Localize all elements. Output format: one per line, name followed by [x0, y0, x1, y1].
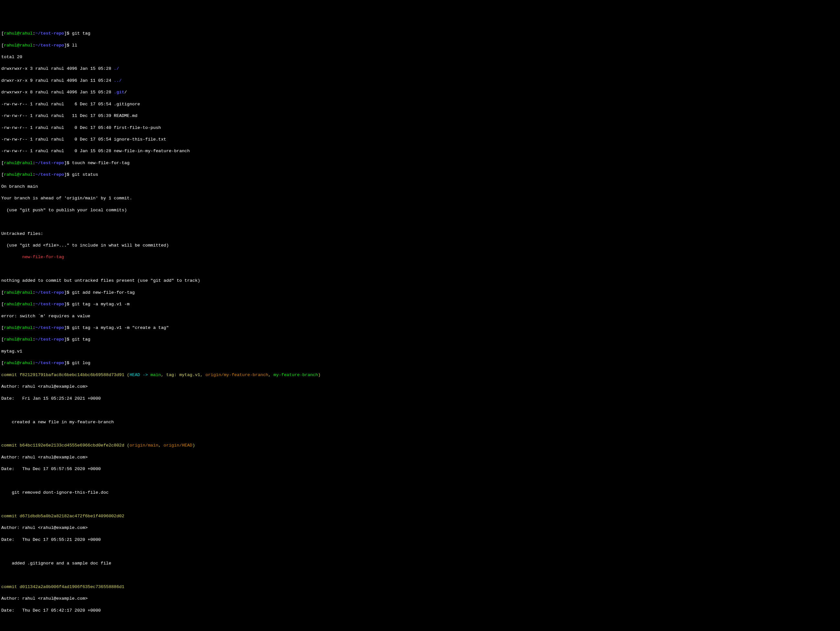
command-text: git status [72, 172, 98, 177]
prompt-line: [rahul@rahul:~/test-repo]$ git tag [1, 31, 839, 36]
output-line: drwxrwxr-x 8 rahul rahul 4096 Jan 15 05:… [1, 90, 839, 95]
output-line: total 20 [1, 54, 839, 60]
commit-author: Author: rahul <rahul@example.com> [1, 454, 839, 461]
commit-message: git removed dont-ignore-this-file.doc [1, 490, 839, 495]
commit-date: Date: Thu Dec 17 05:55:21 2020 +0000 [1, 537, 839, 543]
dir-link: .git [114, 90, 124, 95]
output-line: -rw-rw-r-- 1 rahul rahul 6 Dec 17 05:54 … [1, 101, 839, 107]
blank [1, 572, 839, 578]
prompt-line: [rahul@rahul:~/test-repo]$ git log [1, 360, 839, 366]
blank [1, 549, 839, 554]
blank [1, 407, 839, 413]
output-line: (use "git push" to publish your local co… [1, 207, 839, 213]
dir-link: ./ [114, 66, 119, 71]
commit-date: Date: Fri Jan 15 05:25:24 2021 +0000 [1, 396, 839, 402]
output-line: Your branch is ahead of 'origin/main' by… [1, 196, 839, 201]
tag-output: mytag.v1 [1, 349, 839, 355]
command-text: touch new-file-for-tag [72, 161, 129, 166]
commit-message: created a new file in my-feature-branch [1, 420, 839, 425]
tag-ref: tag: mytag.v1 [166, 372, 200, 377]
blank [1, 266, 839, 272]
branch-name: main [150, 372, 161, 377]
command-text: git log [72, 361, 90, 365]
output-line: Untracked files: [1, 231, 839, 237]
prompt-line: [rahul@rahul:~/test-repo]$ git tag -a my… [1, 325, 839, 331]
prompt-line: [rahul@rahul:~/test-repo]$ git tag -a my… [1, 301, 839, 307]
command-text: git tag -a mytag.v1 -m [72, 302, 129, 307]
prompt-line: [rahul@rahul:~/test-repo]$ touch new-fil… [1, 160, 839, 166]
commit-author: Author: rahul <rahul@example.com> [1, 525, 839, 531]
untracked-file: new-file-for-tag [1, 254, 839, 260]
blank [1, 431, 839, 437]
command-text: git tag -a mytag.v1 -m "create a tag" [72, 325, 169, 330]
commit-header: commit d011342a2a0b006f4ad1906f635ec7365… [1, 584, 839, 590]
output-line: -rw-rw-r-- 1 rahul rahul 0 Dec 17 05:40 … [1, 125, 839, 131]
blank [1, 219, 839, 225]
blank [1, 502, 839, 508]
output-line: nothing added to commit but untracked fi… [1, 278, 839, 284]
output-line: -rw-rw-r-- 1 rahul rahul 11 Dec 17 05:39… [1, 113, 839, 119]
dir-link: ../ [114, 78, 122, 83]
prompt-line: [rahul@rahul:~/test-repo]$ git tag [1, 337, 839, 342]
commit-date: Date: Thu Dec 17 05:57:56 2020 +0000 [1, 466, 839, 472]
output-line: drwxrwxr-x 3 rahul rahul 4096 Jan 15 05:… [1, 66, 839, 72]
branch-name: my-feature-branch [274, 372, 318, 377]
commit-author: Author: rahul <rahul@example.com> [1, 384, 839, 390]
output-line: -rw-rw-r-- 1 rahul rahul 0 Jan 15 05:28 … [1, 148, 839, 154]
blank [1, 478, 839, 484]
commit-header: commit b64bc1192e6e2133cd4555e6966cbd0ef… [1, 443, 839, 448]
command-text: git tag [72, 31, 90, 36]
commit-author: Author: rahul <rahul@example.com> [1, 596, 839, 602]
command-text: ll [72, 43, 77, 48]
output-line: (use "git add <file>..." to include in w… [1, 243, 839, 248]
output-line: On branch main [1, 184, 839, 190]
commit-message: added .gitignore and a sample doc file [1, 560, 839, 566]
blank [1, 619, 839, 625]
commit-date: Date: Thu Dec 17 05:42:17 2020 +0000 [1, 608, 839, 614]
commit-header: commit f821291791bafac8c6bebc14bbc6b6958… [1, 372, 839, 378]
prompt-line: [rahul@rahul:~/test-repo]$ git add new-f… [1, 290, 839, 296]
output-line: -rw-rw-r-- 1 rahul rahul 0 Dec 17 05:54 … [1, 137, 839, 142]
command-text: git add new-file-for-tag [72, 290, 135, 295]
commit-header: commit d671dbdb5a0b2a82182ac472f6be1f409… [1, 513, 839, 519]
remote-branch: origin/main [129, 443, 158, 448]
head-ref: HEAD -> [129, 372, 150, 377]
command-text: git tag [72, 337, 90, 342]
prompt-line: [rahul@rahul:~/test-repo]$ ll [1, 43, 839, 49]
remote-branch: origin/my-feature-branch [205, 372, 268, 377]
remote-branch: origin/HEAD [163, 443, 192, 448]
output-line: drwxr-xr-x 9 rahul rahul 4096 Jan 11 05:… [1, 78, 839, 84]
terminal-output[interactable]: [rahul@rahul:~/test-repo]$ git tag [rahu… [1, 25, 839, 631]
error-line: error: switch `m' requires a value [1, 313, 839, 319]
prompt-line: [rahul@rahul:~/test-repo]$ git status [1, 172, 839, 178]
